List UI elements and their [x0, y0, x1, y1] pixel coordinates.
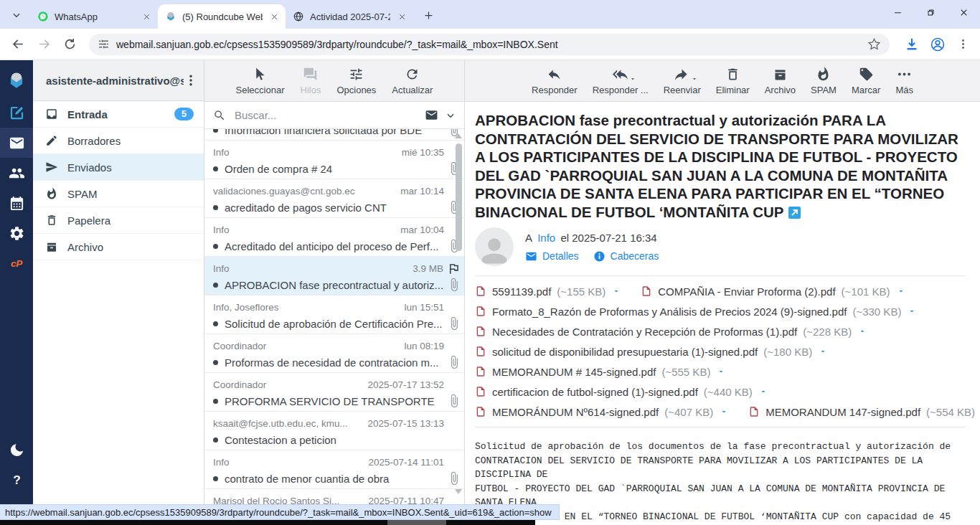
toolbar-button-m-s[interactable]: Más: [890, 67, 918, 95]
folder-item-archivo[interactable]: Archivo: [33, 234, 204, 260]
appbar-roundcube-logo[interactable]: [0, 63, 33, 98]
attachment-item[interactable]: COMPAÑIA - Enviar Proforma (2).pdf (~101…: [641, 285, 905, 298]
tab-search-chevron-icon[interactable]: [7, 6, 26, 24]
attachment-menu-caret-icon[interactable]: [819, 347, 827, 356]
attachment-item[interactable]: Necesidades de Contratación y Recepción …: [475, 326, 867, 338]
tab-close-icon[interactable]: [141, 11, 152, 22]
folder-item-enviados[interactable]: Enviados: [33, 154, 204, 181]
scroll-down-arrow[interactable]: [455, 489, 462, 494]
attachment-item[interactable]: MEMORANDUM # 145-signed.pdf (~555 KB): [475, 366, 725, 378]
message-list-item[interactable]: Info, Joseflores lun 15:51 Solicitud de …: [204, 295, 464, 334]
dropdown-caret-icon[interactable]: [691, 75, 698, 82]
attachment-item[interactable]: solicitud de disponibilidad presupuestar…: [475, 346, 827, 358]
url-bar[interactable]: webmail.sanjuan.gob.ec/cpsess1535909589/…: [89, 34, 890, 55]
toolbar-button-marcar[interactable]: Marcar: [847, 67, 885, 95]
new-tab-icon[interactable]: [419, 6, 438, 24]
toolbar-button-label: Reenviar: [664, 85, 701, 95]
message-list-item[interactable]: ksaait@fcjse.utb.edu.ec, kmu... 2025-07-…: [204, 412, 464, 450]
attachment-item[interactable]: certificacion de futbol-signed (1)-signe…: [475, 386, 768, 398]
external-link-icon[interactable]: [788, 207, 801, 219]
attachment-item[interactable]: MEMORÁNDUM Nº614-signed.pdf (~407 KB): [475, 406, 728, 418]
toolbar-button-reenviar[interactable]: Reenviar: [659, 67, 706, 95]
folder-item-spam[interactable]: SPAM: [33, 181, 204, 207]
dropdown-caret-icon[interactable]: [629, 75, 636, 82]
toolbar-button-responder[interactable]: Responder: [527, 67, 583, 95]
attachment-menu-caret-icon[interactable]: [612, 287, 621, 295]
scrollbar-thumb[interactable]: [456, 143, 462, 251]
browser-menu-icon[interactable]: [956, 37, 970, 52]
browser-tab[interactable]: Actividad 2025-07-21 08:00:00: [286, 4, 413, 29]
browser-tab[interactable]: WhatsApp: [30, 4, 158, 29]
url-text[interactable]: webmail.sanjuan.gob.ec/cpsess1535909589/…: [116, 39, 861, 50]
attachment-name[interactable]: MEMORÁNDUM Nº614-signed.pdf: [492, 406, 659, 418]
profile-icon[interactable]: [930, 37, 946, 52]
tab-close-icon[interactable]: [268, 11, 280, 22]
toolbar-button-hilos[interactable]: Hilos: [296, 67, 326, 95]
toolbar-button-seleccionar[interactable]: Seleccionar: [231, 67, 290, 95]
reload-icon[interactable]: [59, 34, 80, 55]
window-restore-icon[interactable]: [914, 0, 947, 24]
message-list-item[interactable]: Info 2025-07-14 11:01 contrato de menor …: [204, 450, 464, 489]
attachment-name[interactable]: MEMORANDUM 147-signed.pdf: [765, 406, 920, 418]
account-header[interactable]: asistente-administrativo@sa...: [33, 60, 204, 101]
attachment-menu-caret-icon[interactable]: [717, 367, 725, 376]
attachment-name[interactable]: COMPAÑIA - Enviar Proforma (2).pdf: [658, 285, 835, 298]
list-scrollbar[interactable]: [454, 129, 464, 525]
tab-close-icon[interactable]: [396, 11, 407, 22]
message-list-item[interactable]: Coordinador 2025-07-17 13:52 PROFORMA SE…: [204, 373, 464, 412]
window-minimize-icon[interactable]: [881, 0, 914, 24]
forward-icon[interactable]: [33, 34, 55, 55]
appbar-cpanel[interactable]: cP: [0, 248, 33, 278]
toolbar-button-archivo[interactable]: Archivo: [760, 67, 801, 95]
appbar-help[interactable]: ?: [0, 465, 33, 495]
attachment-name[interactable]: 5591139.pdf: [492, 285, 551, 298]
attachment-menu-caret-icon[interactable]: [908, 307, 916, 316]
search-options-chevron-icon[interactable]: [446, 110, 456, 120]
message-list-item[interactable]: Info mié 10:35 Orden de compra # 24: [204, 141, 464, 179]
scroll-up-arrow[interactable]: [455, 133, 462, 138]
folder-item-borradores[interactable]: Borradores: [33, 128, 204, 154]
attachment-name[interactable]: solicitud de disponibilidad presupuestar…: [492, 346, 758, 358]
downloads-icon[interactable]: [904, 37, 920, 52]
bookmark-star-icon[interactable]: [867, 37, 881, 51]
headers-toggle[interactable]: Cabeceras: [593, 250, 659, 262]
attachment-name[interactable]: Necesidades de Contratación y Recepción …: [492, 326, 797, 338]
appbar-mail[interactable]: [0, 128, 33, 158]
account-menu-icon[interactable]: [184, 73, 198, 88]
attachment-name[interactable]: Formato_8_Razón de Proformas y Análisis …: [492, 306, 847, 318]
attachment-menu-caret-icon[interactable]: [858, 327, 867, 336]
toolbar-button-actualizar[interactable]: Actualizar: [387, 67, 438, 95]
back-icon[interactable]: [7, 34, 29, 55]
appbar-calendar[interactable]: [0, 188, 33, 218]
search-scope-mail-icon[interactable]: [425, 108, 438, 122]
attachment-menu-caret-icon[interactable]: [759, 387, 768, 396]
attachment-menu-caret-icon[interactable]: [897, 287, 905, 295]
toolbar-button-responder[interactable]: Responder ...: [588, 67, 654, 95]
appbar-settings[interactable]: [0, 218, 33, 248]
toolbar-button-opciones[interactable]: Opciones: [331, 67, 381, 95]
message-list-item[interactable]: Info 3.9 MB APROBACION fase precontractu…: [204, 257, 464, 295]
recipient-link[interactable]: Info: [537, 232, 555, 244]
message-list-item[interactable]: validaciones.guayas@cnt.gob.ec mar 10:14…: [204, 179, 464, 218]
folder-item-papelera[interactable]: Papelera: [33, 207, 204, 234]
attachment-name[interactable]: certificacion de futbol-signed (1)-signe…: [492, 386, 698, 398]
attachment-menu-caret-icon[interactable]: [720, 407, 728, 416]
site-info-icon[interactable]: [98, 38, 110, 50]
attachment-item[interactable]: MEMORANDUM 147-signed.pdf (~554 KB): [748, 406, 980, 418]
browser-tab[interactable]: (5) Roundcube Webmail :: Envia: [158, 4, 286, 29]
message-list-item[interactable]: Info mar 10:04 Acreditado del anticipo d…: [204, 218, 464, 257]
appbar-contacts[interactable]: [0, 158, 33, 188]
toolbar-button-eliminar[interactable]: Eliminar: [711, 67, 755, 95]
attachment-item[interactable]: 5591139.pdf (~155 KB): [475, 285, 621, 298]
message-list-item[interactable]: Coordinador lun 08:19 Proformas de neces…: [204, 334, 464, 373]
appbar-compose[interactable]: [0, 98, 33, 128]
appbar-dark-mode[interactable]: [0, 435, 33, 465]
toolbar-button-spam[interactable]: SPAM: [806, 67, 842, 95]
attachment-name[interactable]: MEMORANDUM # 145-signed.pdf: [492, 366, 656, 378]
message-list-item[interactable]: Información financiera solicitada por BD…: [204, 129, 464, 141]
details-toggle[interactable]: Detalles: [525, 250, 579, 262]
search-input[interactable]: [233, 108, 418, 122]
window-close-icon[interactable]: [947, 0, 980, 24]
folder-item-entrada[interactable]: Entrada 5: [33, 101, 204, 128]
attachment-item[interactable]: Formato_8_Razón de Proformas y Análisis …: [475, 306, 916, 318]
